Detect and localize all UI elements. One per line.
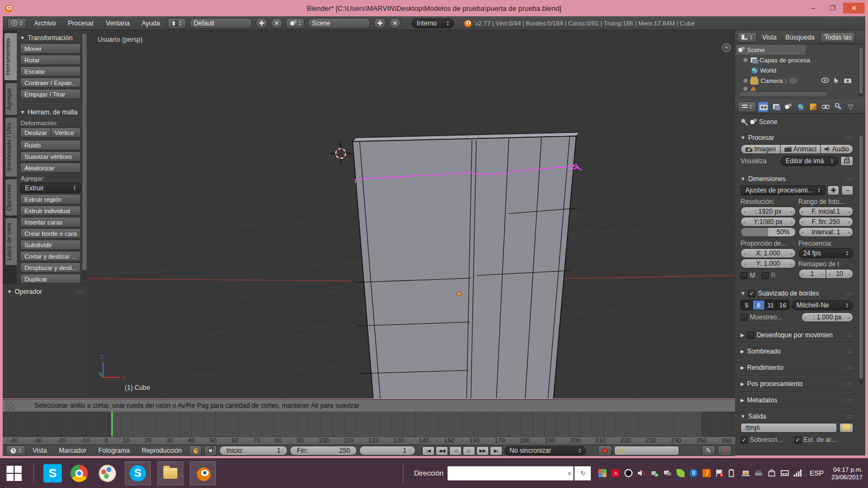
skype-running-app[interactable]: S — [125, 461, 151, 485]
address-input[interactable] — [450, 470, 567, 477]
address-bar[interactable]: ∨ — [448, 466, 573, 480]
language-indicator[interactable]: ESP — [809, 469, 824, 477]
file-extension-checkbox[interactable]: ✓ — [794, 436, 801, 444]
keying-set-field[interactable] — [614, 446, 679, 455]
record-button[interactable] — [598, 445, 612, 456]
extrude-select[interactable]: Extruir▲▼ — [20, 183, 81, 193]
add-preset-button[interactable]: ✚ — [827, 185, 839, 195]
expand-icon[interactable]: ⊕ — [743, 57, 748, 63]
close-scene-button[interactable]: ✕ — [389, 18, 401, 29]
tab-opciones[interactable]: Opciones — [5, 179, 17, 216]
remap-new-field[interactable]: ◂10▸ — [826, 269, 853, 279]
editor-type-button[interactable]: i▲▼ — [7, 18, 27, 29]
panel-desenfoque[interactable]: ▶Desenfoque por movimien∷∷ — [741, 330, 853, 341]
creative-cloud-tray-icon[interactable] — [624, 469, 633, 477]
render-engine-select[interactable]: Interno▲▼ — [412, 18, 454, 28]
resolution-x-field[interactable]: ◂: 1920 px▸ — [741, 207, 796, 216]
panel-dimensiones[interactable]: ▼Dimensiones∷∷ — [741, 174, 853, 184]
tab-agregar[interactable]: Agregar — [5, 82, 17, 115]
leaf-tray-icon[interactable] — [676, 469, 685, 477]
output-path-field[interactable]: /tmp\ — [741, 423, 837, 433]
transport-button[interactable]: |◀ — [422, 446, 435, 455]
tab-sombreado-uvs[interactable]: Sombreado / UVs — [5, 117, 17, 177]
tab-object[interactable] — [808, 101, 819, 112]
remove-preset-button[interactable]: − — [841, 185, 853, 195]
window-titlebar[interactable]: Blender* [C:\Users\MARVIN\Desktop\Modelo… — [0, 0, 868, 16]
screen-layout-icon-button[interactable]: ▲▼ — [168, 18, 186, 29]
expand-icon[interactable]: ⊕ — [743, 86, 748, 91]
tool-button[interactable]: Mover — [20, 43, 81, 54]
tab-scene[interactable] — [783, 101, 794, 112]
blender-app[interactable] — [190, 461, 216, 485]
tab-herramientas[interactable]: Herramientas — [4, 33, 17, 81]
render-preset-select[interactable]: Ajustes de procesami...▲▼ — [741, 185, 825, 195]
antialiasing-checkbox[interactable]: ✓ — [748, 290, 755, 297]
selectable-cursor-icon[interactable] — [834, 78, 839, 84]
tool-button[interactable]: Empujar / Tirar — [20, 89, 81, 99]
outliner-filter-select[interactable]: Todas las — [820, 32, 855, 43]
timeline-current-frame-cursor[interactable] — [111, 412, 113, 436]
framerate-select[interactable]: 24 fps▲▼ — [799, 248, 854, 258]
current-frame-field[interactable]: 1 — [359, 446, 416, 455]
collapsed-panel-header[interactable]: ▶Pos procesamiento∷∷ — [741, 378, 853, 389]
pixel-size-field[interactable]: ◂: 1.000 px▸ — [801, 312, 853, 322]
network-flag-tray-icon[interactable] — [716, 469, 724, 477]
close-layout-button[interactable]: ✕ — [271, 18, 283, 29]
minimize-button[interactable]: – — [804, 3, 822, 14]
transport-button[interactable]: ▶| — [490, 446, 502, 455]
menu-procesar[interactable]: Procesar — [63, 20, 98, 27]
timeline-menu-reproduccion[interactable]: Reproducción — [137, 447, 187, 454]
display-card-tray-icon[interactable] — [781, 469, 789, 477]
render-animation-button[interactable]: Animaci — [781, 144, 820, 154]
maximize-button[interactable]: ❐ — [824, 3, 842, 14]
panel-suavizado[interactable]: ▼✓Suavizado de bordes∷∷ — [741, 288, 853, 299]
properties-editor-type-button[interactable]: ▲▼ — [738, 101, 756, 112]
transport-button[interactable]: ▶▶ — [476, 446, 489, 455]
adobe-reader-tray-icon[interactable]: A — [611, 469, 620, 477]
properties-scrollbar[interactable] — [859, 134, 864, 384]
insert-keyframe-button[interactable]: ✎ — [701, 445, 716, 456]
tool-button[interactable]: Suavizar vértices — [20, 151, 81, 162]
paint-icon[interactable] — [97, 463, 118, 484]
outliner-hscrollbar[interactable] — [738, 91, 828, 97]
outliner-editor-type-button[interactable]: ▲▼ — [737, 32, 757, 43]
aa-filter-select[interactable]: Mitchell-Ne▲▼ — [792, 300, 853, 310]
outliner-menu-vista[interactable]: Vista — [759, 34, 780, 41]
timeline-editor-type-button[interactable]: ▲▼ — [6, 445, 25, 456]
outliner-row-scene[interactable]: Scene — [735, 44, 865, 55]
tool-button[interactable]: Desplazar y desli... — [20, 262, 81, 273]
refresh-button[interactable]: ↻ — [575, 466, 591, 480]
panel-salida[interactable]: ▼Salida∷∷ — [741, 411, 853, 422]
open-folder-button[interactable] — [839, 423, 853, 433]
tab-world[interactable] — [795, 101, 806, 112]
overwrite-checkbox[interactable]: ✓ — [741, 436, 748, 444]
photo-app-tray-icon[interactable] — [598, 469, 607, 477]
tab-lapiz-de-cera[interactable]: Lápiz de cera — [5, 217, 17, 266]
printer-tray-icon[interactable] — [755, 469, 763, 477]
clock[interactable]: 04:17 p.m. 23/06/2017 — [831, 466, 863, 481]
usb-tray-icon[interactable] — [650, 469, 659, 477]
resolution-y-field[interactable]: ◂Y:1080 px▸ — [741, 217, 796, 227]
tab-render-layers[interactable] — [770, 101, 781, 112]
tool-button-deslizar[interactable]: Deslizar — [20, 127, 51, 138]
close-button[interactable]: ✕ — [843, 3, 865, 14]
sync-mode-select[interactable]: No sincronizar▲▼ — [505, 446, 586, 455]
delete-keyframe-button[interactable]: ✕ — [718, 445, 732, 456]
region-expand-plus-icon[interactable]: + — [722, 43, 731, 52]
add-scene-button[interactable]: ✚ — [374, 18, 386, 29]
tool-button[interactable]: Duplicar — [20, 274, 81, 283]
motion-blur-checkbox[interactable] — [747, 332, 754, 339]
add-layout-button[interactable]: ✚ — [256, 18, 267, 29]
panel-transformacion[interactable]: ▼Transformación — [20, 33, 81, 43]
tool-button[interactable]: Subdividir — [20, 240, 81, 250]
viewport-3d[interactable]: Z X Usuario (persp) (1) Cube + — [88, 30, 735, 399]
lock-interface-button[interactable] — [840, 156, 853, 166]
transport-button[interactable]: ◀◀ — [436, 446, 448, 455]
aa-samples-group[interactable]: 581116 — [741, 300, 789, 310]
visibility-eye-icon[interactable] — [821, 78, 829, 83]
transport-button[interactable]: ◁ — [449, 446, 462, 455]
aspect-x-field[interactable]: ◂X: 1.000▸ — [741, 248, 796, 258]
outliner-menu-busqueda[interactable]: Búsqueda — [782, 34, 818, 41]
chrome-icon[interactable] — [68, 463, 90, 484]
frame-end-field[interactable]: ◂F. fin: 250▸ — [799, 217, 854, 227]
